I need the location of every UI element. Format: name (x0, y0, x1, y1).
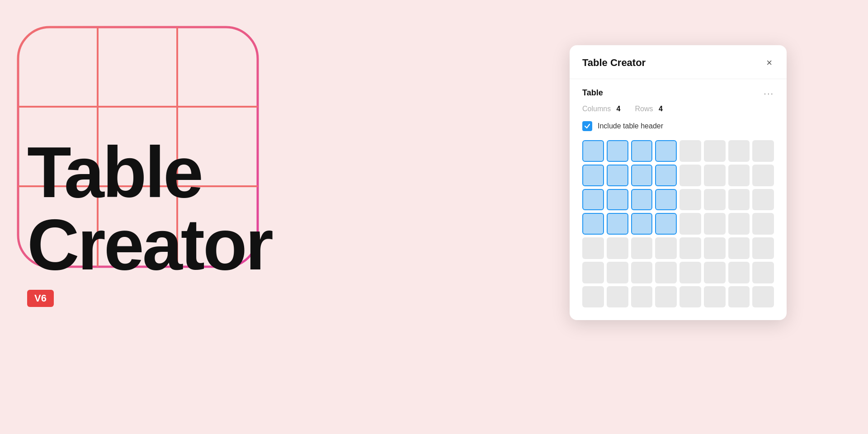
rows-label: Rows (635, 105, 653, 113)
grid-cell[interactable] (752, 262, 774, 283)
grid-cell[interactable] (704, 262, 726, 283)
grid-cell[interactable] (655, 140, 677, 162)
version-badge: V6 (27, 290, 54, 307)
grid-cell[interactable] (752, 237, 774, 259)
grid-cell[interactable] (607, 189, 628, 211)
columns-label: Columns (582, 105, 611, 113)
grid-cell[interactable] (582, 262, 604, 283)
grid-cell[interactable] (728, 189, 750, 211)
grid-cell[interactable] (704, 213, 726, 235)
grid-cell[interactable] (728, 165, 750, 186)
grid-cell[interactable] (582, 140, 604, 162)
grid-cell[interactable] (704, 140, 726, 162)
grid-cell[interactable] (607, 165, 628, 186)
columns-value: 4 (617, 105, 621, 113)
grid-cell[interactable] (679, 189, 701, 211)
include-header-checkbox[interactable] (582, 121, 592, 131)
grid-cell[interactable] (655, 189, 677, 211)
grid-cell[interactable] (728, 262, 750, 283)
grid-cell[interactable] (752, 165, 774, 186)
dimensions-row: Columns 4 Rows 4 (582, 105, 774, 113)
grid-cell[interactable] (582, 213, 604, 235)
hero-title: Table Creator (27, 136, 272, 281)
grid-cell[interactable] (655, 262, 677, 283)
grid-cell[interactable] (631, 189, 653, 211)
grid-cell[interactable] (631, 237, 653, 259)
grid-cell[interactable] (752, 140, 774, 162)
grid-cell[interactable] (607, 140, 628, 162)
grid-cell[interactable] (631, 262, 653, 283)
include-header-row: Include table header (582, 121, 774, 131)
grid-cell[interactable] (728, 140, 750, 162)
grid-cell[interactable] (728, 286, 750, 308)
more-options-button[interactable]: ··· (764, 89, 774, 98)
section-header: Table ··· (582, 88, 774, 98)
close-button[interactable]: × (764, 56, 774, 70)
grid-cell[interactable] (631, 165, 653, 186)
grid-cell[interactable] (655, 286, 677, 308)
grid-cell[interactable] (607, 237, 628, 259)
include-header-label: Include table header (598, 122, 663, 130)
grid-cell[interactable] (631, 140, 653, 162)
panel-header: Table Creator × (570, 45, 787, 79)
grid-cell[interactable] (679, 237, 701, 259)
grid-cell[interactable] (631, 286, 653, 308)
grid-cell[interactable] (679, 262, 701, 283)
hero-section: Table Creator V6 (27, 27, 307, 416)
grid-cell[interactable] (655, 237, 677, 259)
grid-cell[interactable] (704, 189, 726, 211)
grid-cell[interactable] (679, 213, 701, 235)
grid-cell[interactable] (704, 165, 726, 186)
panel-body: Table ··· Columns 4 Rows 4 Include table… (570, 79, 787, 320)
grid-cell[interactable] (679, 165, 701, 186)
grid-cell[interactable] (679, 140, 701, 162)
grid-cell[interactable] (582, 165, 604, 186)
table-creator-panel: Table Creator × Table ··· Columns 4 Rows… (570, 45, 787, 320)
grid-cell[interactable] (607, 213, 628, 235)
grid-cell[interactable] (582, 189, 604, 211)
panel-title: Table Creator (582, 57, 646, 69)
grid-cell[interactable] (679, 286, 701, 308)
grid-cell[interactable] (607, 262, 628, 283)
grid-cell[interactable] (582, 237, 604, 259)
grid-cell[interactable] (728, 213, 750, 235)
grid-cell[interactable] (704, 237, 726, 259)
grid-cell[interactable] (631, 213, 653, 235)
grid-cell[interactable] (655, 165, 677, 186)
section-title: Table (582, 88, 603, 98)
grid-cell[interactable] (607, 286, 628, 308)
grid-cell[interactable] (752, 213, 774, 235)
grid-cell[interactable] (582, 286, 604, 308)
grid-cell[interactable] (704, 286, 726, 308)
grid-cell[interactable] (728, 237, 750, 259)
table-grid (582, 140, 774, 307)
grid-cell[interactable] (752, 286, 774, 308)
grid-cell[interactable] (655, 213, 677, 235)
grid-cell[interactable] (752, 189, 774, 211)
rows-value: 4 (659, 105, 663, 113)
